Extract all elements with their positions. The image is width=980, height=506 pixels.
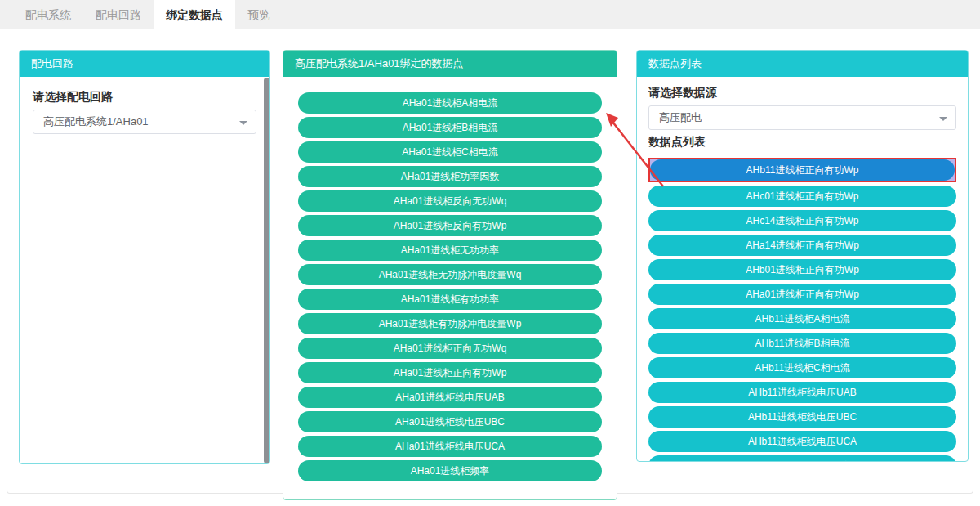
bound-data-point-pill[interactable]: AHa01进线柜无功脉冲电度量Wq (298, 264, 602, 285)
bound-data-point-pill[interactable]: AHa01进线柜正向有功Wp (298, 362, 602, 383)
data-point-pill[interactable]: AHa01进线柜正向有功Wp (648, 284, 956, 305)
data-point-pill[interactable]: AHc01进线柜正向有功Wp (648, 186, 956, 207)
bound-data-point-pill[interactable]: AHa01进线柜线电压UAB (298, 387, 602, 408)
panel-distribution-circuit: 配电回路 请选择配电回路 高压配电系统1/AHa01 (19, 50, 270, 464)
bound-data-point-pill[interactable]: AHa01进线柜线电压UCA (298, 436, 602, 457)
data-point-pill[interactable]: AHb11进线柜线电压UCA (648, 431, 956, 452)
tab-distribution-system[interactable]: 配电系统 (13, 0, 83, 29)
panel-distribution-circuit-title: 配电回路 (20, 51, 270, 77)
bound-data-point-pill[interactable]: AHa01进线柜C相电流 (298, 141, 602, 163)
circuit-select-label: 请选择配电回路 (33, 90, 256, 105)
tab-content-container: 配电回路 请选择配电回路 高压配电系统1/AHa01 高压配电系统1/AHa01… (7, 36, 973, 494)
bound-data-point-pill[interactable]: AHa01进线柜频率 (298, 460, 602, 481)
bound-data-point-pill[interactable]: AHa01进线柜反向无功Wq (298, 190, 602, 212)
selected-data-point-highlight[interactable]: AHb11进线柜正向有功Wp (648, 158, 956, 182)
tab-preview[interactable]: 预览 (235, 0, 283, 29)
panel-bound-data-points-title: 高压配电系统1/AHa01绑定的数据点 (283, 51, 617, 77)
data-point-pill[interactable]: AHb11进线柜线电压UAB (648, 382, 956, 403)
data-point-pill-selected[interactable]: AHb11进线柜正向有功Wp (650, 159, 955, 181)
data-point-pill[interactable]: AHb11进线柜线电压UBC (648, 406, 956, 428)
panel-bound-data-points: 高压配电系统1/AHa01绑定的数据点 AHa01进线柜A相电流AHa01进线柜… (283, 50, 617, 500)
data-point-pill[interactable]: AHb11进线柜有功功率 (648, 455, 956, 462)
bound-data-point-pill[interactable]: AHa01进线柜B相电流 (298, 117, 602, 138)
bound-data-point-pill[interactable]: AHa01进线柜反向有功Wp (298, 215, 602, 236)
chevron-down-icon (939, 117, 947, 121)
data-point-list-label: 数据点列表 (648, 135, 956, 150)
circuit-select[interactable]: 高压配电系统1/AHa01 (33, 110, 256, 134)
bound-data-point-pill[interactable]: AHa01进线柜线电压UBC (298, 411, 602, 432)
panel-data-point-list: 数据点列表 请选择数据源 高压配电 数据点列表 AHb11进线柜正向有功WpAH… (636, 50, 969, 462)
bound-data-point-pill[interactable]: AHa01进线柜有功功率 (298, 289, 602, 310)
left-panel-scrollbar[interactable] (264, 78, 270, 463)
data-point-list: AHb11进线柜正向有功WpAHc01进线柜正向有功WpAHc14进线柜正向有功… (648, 154, 956, 462)
data-point-pill[interactable]: AHb11进线柜C相电流 (648, 357, 956, 378)
panel-data-point-list-title: 数据点列表 (637, 51, 968, 77)
chevron-down-icon (239, 121, 247, 125)
tab-bar: 配电系统配电回路绑定数据点预览 (0, 0, 980, 29)
circuit-select-value: 高压配电系统1/AHa01 (33, 110, 256, 133)
bound-data-point-pill[interactable]: AHa01进线柜正向无功Wq (298, 338, 602, 359)
data-point-pill[interactable]: AHb01进线柜正向有功Wp (648, 259, 956, 280)
bound-data-point-list: AHa01进线柜A相电流AHa01进线柜B相电流AHa01进线柜C相电流AHa0… (283, 77, 617, 481)
bound-data-point-pill[interactable]: AHa01进线柜功率因数 (298, 166, 602, 187)
data-source-select[interactable]: 高压配电 (648, 105, 956, 130)
bound-data-point-pill[interactable]: AHa01进线柜A相电流 (298, 92, 602, 114)
data-point-pill[interactable]: AHb11进线柜B相电流 (648, 333, 956, 354)
data-point-pill[interactable]: AHa14进线柜正向有功Wp (648, 235, 956, 256)
data-point-pill[interactable]: AHb11进线柜A相电流 (648, 308, 956, 329)
data-source-select-label: 请选择数据源 (648, 86, 956, 101)
data-point-pill[interactable]: AHc14进线柜正向有功Wp (648, 210, 956, 231)
data-source-select-value: 高压配电 (649, 106, 956, 129)
tab-distribution-circuit[interactable]: 配电回路 (83, 0, 154, 29)
tab-bind-data-points[interactable]: 绑定数据点 (154, 0, 235, 29)
bound-data-point-pill[interactable]: AHa01进线柜有功脉冲电度量Wp (298, 313, 602, 334)
bound-data-point-pill[interactable]: AHa01进线柜无功功率 (298, 240, 602, 261)
